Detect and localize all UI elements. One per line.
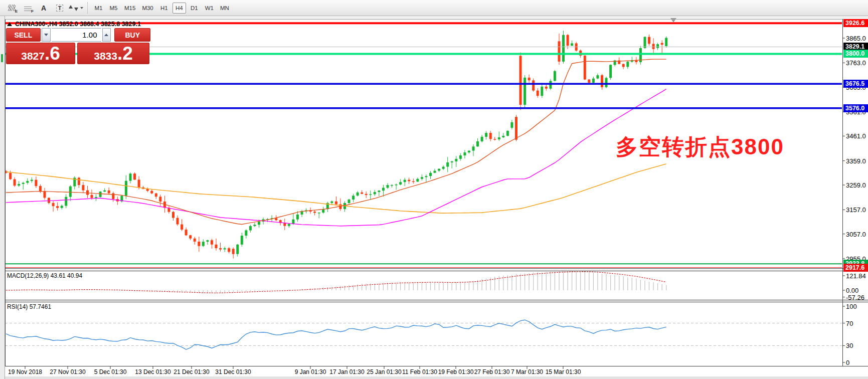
- date-axis-label: 9 Jan 01:30: [295, 368, 326, 375]
- window-footer-edge: [0, 376, 868, 379]
- arrows-icon[interactable]: [68, 2, 83, 14]
- buy-price-plate[interactable]: 3833 .2: [77, 43, 149, 64]
- date-axis-label: 27 Nov 01:30: [50, 368, 85, 375]
- text-icon[interactable]: A: [36, 2, 51, 14]
- timeframe-d1-button[interactable]: D1: [188, 3, 201, 14]
- date-axis-label: 27 Feb 01:30: [474, 368, 510, 375]
- timeframe-m15-button[interactable]: M15: [122, 3, 138, 14]
- chart-canvas[interactable]: [5, 19, 842, 366]
- date-axis-label: 19 Feb 01:30: [438, 368, 474, 375]
- price-level-badge: 3800.0: [843, 50, 868, 58]
- date-axis-label: 17 Jan 01:30: [329, 368, 364, 375]
- buy-price-main: 3833: [94, 50, 117, 62]
- date-axis-label: 25 Jan 01:30: [367, 368, 401, 375]
- timeframe-m1-button[interactable]: M1: [92, 3, 105, 14]
- sell-price-main: 3827: [21, 50, 45, 62]
- price-tick-label: 3259.0: [846, 181, 866, 189]
- timeframe-h4-button[interactable]: H4: [172, 3, 186, 14]
- one-click-trade-panel: SELL BUY 3827 .6 3833 .2: [6, 28, 150, 64]
- left-panel-edge: [0, 16, 5, 379]
- date-axis-label: 15 Mar 01:30: [546, 368, 581, 375]
- rsi-tick-label: 100: [846, 303, 857, 310]
- rsi-tick-label: 70: [846, 319, 853, 327]
- price-level-badge: 3926.6: [843, 19, 868, 27]
- annotation-text: 多空转折点3800: [616, 132, 784, 162]
- chevron-up-icon: [104, 34, 108, 36]
- symbol-triangle-icon: [7, 22, 12, 26]
- equidistant-channel-icon[interactable]: E: [4, 2, 19, 14]
- timeframe-m30-button[interactable]: M30: [139, 3, 155, 14]
- macd-indicator-label: MACD(12,26,9) 43.61 40.94: [7, 272, 82, 279]
- timeframe-mn-button[interactable]: MN: [218, 3, 232, 14]
- chart-title: CHINA300-,H4 3852.0 3868.4 3825.8 3829.1: [7, 21, 141, 28]
- sell-price-fraction: .6: [45, 43, 60, 64]
- price-level-badge: 3576.0: [843, 104, 868, 112]
- timeframe-w1-button[interactable]: W1: [203, 3, 216, 14]
- price-level-badge: 3676.5: [843, 80, 868, 88]
- macd-tick-label: 121.84: [846, 272, 866, 279]
- date-axis-label: 19 Nov 2018: [8, 368, 42, 375]
- volume-input[interactable]: [52, 28, 101, 42]
- rsi-indicator-label: RSI(14) 57.7461: [7, 303, 51, 310]
- date-axis-label: 13 Dec 01:30: [135, 368, 170, 375]
- date-axis[interactable]: 19 Nov 201827 Nov 01:305 Dec 01:3013 Dec…: [5, 367, 868, 376]
- macd-tick-label: -57.26: [846, 293, 864, 301]
- toolbar-separator: [87, 3, 88, 14]
- rsi-tick-label: 0: [846, 359, 849, 366]
- chart-title-text: CHINA300-,H4 3852.0 3868.4 3825.8 3829.1: [15, 21, 141, 28]
- price-tick-label: 3057.0: [846, 230, 866, 238]
- date-axis-label: 11 Feb 01:30: [402, 368, 437, 375]
- price-tick-label: 3865.0: [846, 35, 866, 42]
- rsi-tick-label: 30: [846, 342, 853, 349]
- volume-decrease-button[interactable]: [42, 28, 51, 42]
- date-axis-label: 5 Dec 01:30: [94, 368, 127, 375]
- buy-button[interactable]: BUY: [114, 28, 150, 42]
- price-tick-label: 3157.0: [846, 206, 866, 214]
- left-panel-marker: [1, 54, 3, 62]
- sell-button[interactable]: SELL: [6, 28, 41, 42]
- buy-price-fraction: .2: [117, 43, 133, 64]
- chart-shift-marker-icon[interactable]: [670, 18, 676, 23]
- price-level-badge: 2917.6: [843, 264, 868, 272]
- timeframe-h1-button[interactable]: H1: [157, 3, 171, 14]
- sell-price-plate[interactable]: 3827 .6: [6, 43, 75, 64]
- price-tick-label: 3359.0: [846, 157, 866, 164]
- date-axis-label: 21 Dec 01:30: [173, 368, 209, 375]
- fibonacci-icon[interactable]: F: [20, 2, 35, 14]
- price-axis[interactable]: 3865.03763.03663.03561.03461.03359.03259…: [843, 19, 868, 366]
- timeframe-buttons-group: M1M5M15M30H1H4D1W1MN: [92, 3, 232, 14]
- date-axis-label: 31 Dec 01:30: [215, 368, 251, 375]
- top-toolbar: EFAT M1M5M15M30H1H4D1W1MN: [0, 0, 868, 16]
- chevron-down-icon: [44, 34, 48, 36]
- price-tick-label: 3461.0: [846, 132, 866, 140]
- drawing-tools-group: EFAT: [4, 2, 83, 14]
- date-axis-label: 7 Mar 01:30: [511, 368, 543, 375]
- text-label-icon[interactable]: T: [52, 2, 67, 14]
- volume-increase-button[interactable]: [102, 28, 111, 42]
- timeframe-m5-button[interactable]: M5: [107, 3, 120, 14]
- price-tick-label: 3763.0: [846, 59, 866, 67]
